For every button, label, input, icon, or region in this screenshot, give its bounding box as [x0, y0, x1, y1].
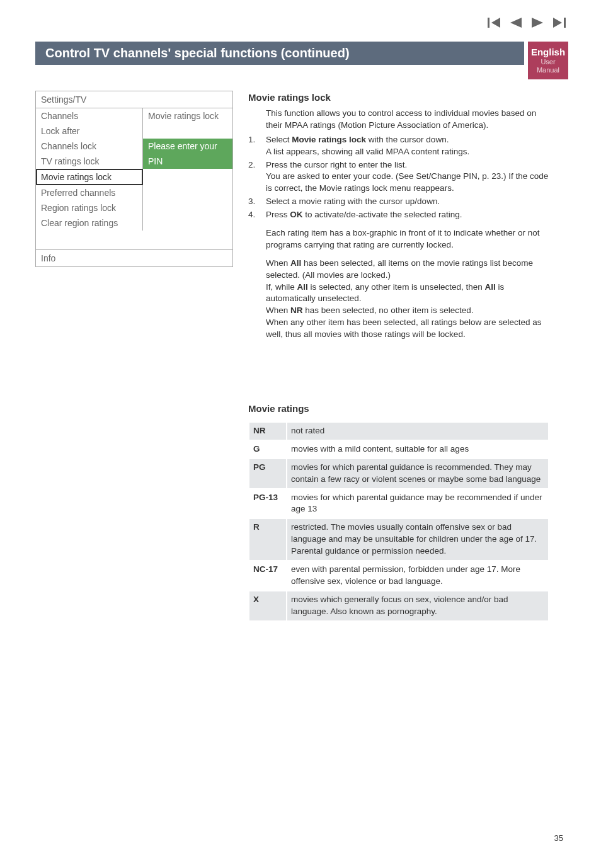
svg-marker-2 — [510, 18, 522, 28]
settings-row-left: Region ratings lock — [36, 200, 143, 215]
settings-row[interactable]: ChannelsMovie ratings lock — [36, 108, 232, 123]
last-icon[interactable] — [553, 18, 566, 28]
rating-desc: movies which generally focus on sex, vio… — [287, 591, 548, 620]
svg-marker-1 — [491, 18, 500, 28]
settings-row-right: Movie ratings lock — [143, 108, 232, 123]
section-heading: Movie ratings lock — [248, 91, 549, 104]
settings-row-left: Lock after — [36, 123, 143, 139]
settings-row-left: Channels — [36, 108, 143, 123]
ratings-row: Xmovies which generally focus on sex, vi… — [249, 591, 548, 620]
ratings-section: Movie ratings NRnot ratedGmovies with a … — [248, 403, 549, 622]
rating-code: PG — [249, 459, 286, 488]
settings-panel: Settings/TV ChannelsMovie ratings lockLo… — [35, 91, 233, 267]
svg-rect-5 — [564, 18, 566, 28]
rating-code: PG-13 — [249, 489, 286, 518]
settings-row[interactable]: TV ratings lockPIN — [36, 154, 232, 169]
ratings-table: NRnot ratedGmovies with a mild content, … — [248, 421, 549, 622]
title-bar: Control TV channels' special functions (… — [35, 42, 524, 65]
language-name: English — [530, 47, 566, 58]
step-item: 4.Press OK to activate/de-activate the s… — [248, 209, 549, 221]
settings-row[interactable]: Preferred channels — [36, 185, 232, 200]
settings-row-left: Channels lock — [36, 139, 143, 154]
settings-row[interactable]: Channels lockPlease enter your — [36, 139, 232, 154]
rating-code: G — [249, 441, 286, 458]
intro-text: This function allows you to control acce… — [248, 108, 549, 132]
ratings-row: NC-17even with parental permission, forb… — [249, 561, 548, 590]
settings-info: Info — [36, 249, 232, 266]
ratings-row: PGmovies for which parental guidance is … — [249, 459, 548, 488]
rating-desc: movies with a mild content, suitable for… — [287, 441, 548, 458]
next-icon[interactable] — [532, 18, 543, 28]
manual-label: User Manual — [530, 58, 566, 74]
settings-row-left: Clear region ratings — [36, 215, 143, 231]
nav-icons — [488, 18, 566, 28]
settings-row-right — [143, 215, 232, 231]
step-number: 2. — [248, 159, 255, 171]
ratings-row: Rrestricted. The movies usually contain … — [249, 519, 548, 560]
settings-row-right — [143, 185, 232, 200]
rating-desc: restricted. The movies usually contain o… — [287, 519, 548, 560]
settings-header: Settings/TV — [36, 91, 232, 108]
rating-desc: movies for which parental guidance is re… — [287, 459, 548, 488]
settings-row-left: Movie ratings lock — [36, 169, 143, 185]
svg-marker-3 — [532, 18, 543, 28]
rating-desc: not rated — [287, 423, 548, 440]
sidebar-language-label: English User Manual — [528, 42, 568, 79]
settings-row[interactable]: Lock after — [36, 123, 232, 139]
settings-row[interactable]: Movie ratings lock — [36, 169, 232, 185]
step-number: 3. — [248, 196, 255, 208]
ratings-row: NRnot rated — [249, 423, 548, 440]
settings-row[interactable]: Clear region ratings — [36, 215, 232, 231]
settings-row-right: PIN — [143, 154, 232, 169]
ratings-row: PG-13movies for which parental guidance … — [249, 489, 548, 518]
ratings-row: Gmovies with a mild content, suitable fo… — [249, 441, 548, 458]
rating-code: NC-17 — [249, 561, 286, 590]
main-content: Movie ratings lock This function allows … — [248, 91, 549, 341]
settings-row-right — [143, 200, 232, 215]
first-icon[interactable] — [488, 18, 500, 28]
svg-rect-0 — [488, 18, 489, 28]
rating-desc: movies for which parental guidance may b… — [287, 489, 548, 518]
step-item: 3.Select a movie rating with the cursor … — [248, 196, 549, 208]
settings-row-left: TV ratings lock — [36, 154, 143, 169]
settings-row-right — [143, 169, 232, 185]
note-paragraph: When All has been selected, all items on… — [248, 258, 549, 341]
settings-row-right — [143, 123, 232, 139]
settings-row-left: Preferred channels — [36, 185, 143, 200]
settings-row-right: Please enter your — [143, 139, 232, 154]
steps-list: 1.Select Movie ratings lock with the cur… — [248, 134, 549, 221]
rating-code: R — [249, 519, 286, 560]
step-number: 4. — [248, 209, 255, 221]
rating-code: X — [249, 591, 286, 620]
note-paragraph: Each rating item has a box-graphic in fr… — [248, 227, 549, 251]
step-item: 2.Press the cursor right to enter the li… — [248, 159, 549, 195]
step-item: 1.Select Movie ratings lock with the cur… — [248, 134, 549, 158]
prev-icon[interactable] — [510, 18, 522, 28]
ratings-heading: Movie ratings — [248, 403, 549, 414]
page-number: 35 — [554, 833, 563, 843]
rating-code: NR — [249, 423, 286, 440]
step-number: 1. — [248, 134, 255, 146]
settings-row[interactable]: Region ratings lock — [36, 200, 232, 215]
rating-desc: even with parental permission, forbidden… — [287, 561, 548, 590]
svg-marker-4 — [553, 18, 562, 28]
